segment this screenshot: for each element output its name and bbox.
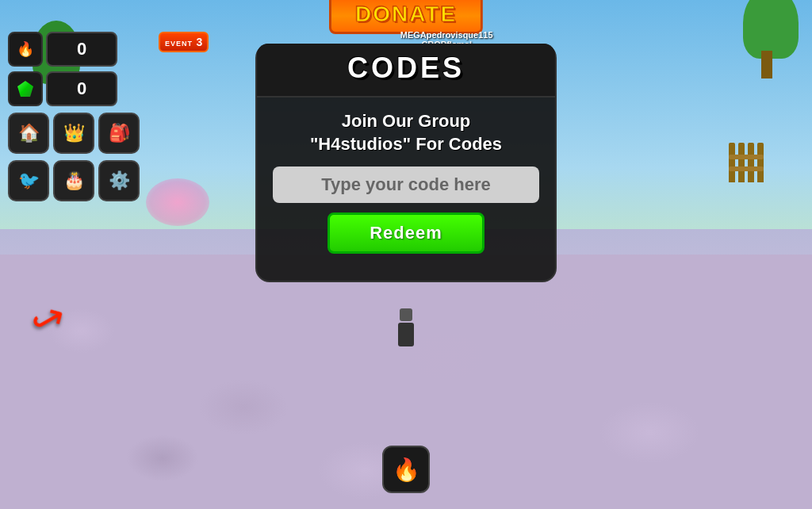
event-number: 3 [196,36,202,48]
bottom-action-icon[interactable]: 🔥 [382,446,430,493]
stat-row-wand: 🔥 0 [8,32,140,67]
gem-icon [17,81,33,97]
home-button[interactable]: 🏠 [8,113,49,154]
donate-banner-text: DONATE [355,2,457,26]
crown-button[interactable]: 👑 [53,113,94,154]
event-label: EVENT [165,40,193,48]
gem-stat-value: 0 [46,71,117,106]
codes-header: CODES [257,44,555,98]
fence-post [757,143,764,182]
settings-button[interactable]: ⚙️ [98,160,140,201]
stat-row-gem: 0 [8,71,140,106]
explosion-effect [146,178,209,226]
fence-rail [729,155,764,159]
player-name-1: MEGApedrovisque115 [400,30,493,40]
fence-post [748,143,754,182]
fence-post [738,143,745,182]
wand-stat-value: 0 [46,32,117,67]
left-hud: 🔥 0 0 🏠 👑 🎒 🐦 🎂 ⚙️ [8,32,140,201]
flame-icon: 🔥 [393,457,420,483]
char-body [398,323,414,346]
cake-button[interactable]: 🎂 [53,160,94,201]
fence-rail-2 [729,166,764,171]
fence-post [729,143,735,182]
codes-panel: CODES Join Our Group "H4studios" For Cod… [255,44,557,282]
event-badge: EVENT 3 [159,32,209,52]
char-head [400,308,412,321]
codes-body: Join Our Group "H4studios" For Codes Red… [257,99,555,265]
button-row-2: 🐦 🎂 ⚙️ [8,160,140,201]
fence [729,143,764,182]
codes-subtitle: Join Our Group "H4studios" For Codes [273,110,539,155]
wand-icon: 🔥 [17,40,34,58]
codes-title: CODES [347,52,465,84]
codes-subtitle-line2: "H4studios" For Codes [310,134,502,154]
player-character [398,308,414,346]
gem-icon-box [8,71,43,106]
donate-banner: DONATE [329,0,483,34]
button-row-1: 🏠 👑 🎒 [8,113,140,154]
wand-icon-box: 🔥 [8,32,43,67]
twitter-button[interactable]: 🐦 [8,160,49,201]
code-input[interactable] [273,166,539,203]
codes-subtitle-line1: Join Our Group [342,111,471,131]
backpack-button[interactable]: 🎒 [98,113,140,154]
redeem-button[interactable]: Redeem [327,212,485,254]
